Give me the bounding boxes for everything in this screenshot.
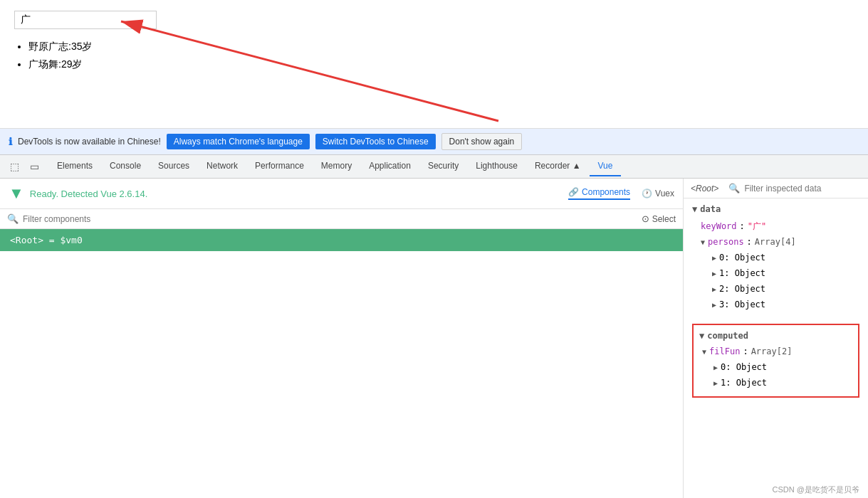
root-label: <Root> — [691, 184, 718, 194]
list-item: 广场舞:29岁 — [28, 55, 854, 73]
cursor-icon: ⊙ — [642, 213, 649, 224]
keyword-key: keyWord — [701, 220, 737, 233]
vue-ready-text: Ready. Detected Vue 2.6.14. — [30, 189, 148, 199]
item0-triangle[interactable]: ▶ — [712, 253, 716, 263]
filfun-key: filFun — [709, 345, 740, 358]
filfun-type: Array[2] — [751, 345, 793, 358]
triangle-icon: ▼ — [692, 204, 697, 214]
search-icon: 🔍 — [7, 213, 19, 224]
csdn-watermark: CSDN @是吃货不是贝爷 — [773, 484, 859, 495]
person-icon: 🔗 — [568, 187, 579, 197]
data-label: data — [700, 204, 721, 214]
persons-item-3: ▶ 3: Object — [692, 297, 859, 312]
search-icon-right: 🔍 — [728, 183, 740, 194]
persons-key: persons — [708, 235, 744, 248]
tab-lighthouse[interactable]: Lighthouse — [467, 157, 526, 176]
history-icon: 🕐 — [642, 189, 652, 198]
top-content-area: 广 野原广志:35岁 广场舞:29岁 — [0, 0, 868, 128]
persons-item-0: ▶ 0: Object — [692, 250, 859, 265]
tab-application[interactable]: Application — [360, 157, 419, 176]
item3-label: 3: Object — [719, 298, 765, 311]
vue-sidebar-header: ▼ Ready. Detected Vue 2.6.14. 🔗 Componen… — [0, 179, 683, 209]
computed-triangle: ▼ — [699, 331, 704, 341]
components-label: Components — [582, 187, 630, 197]
tab-performance[interactable]: Performance — [246, 157, 313, 176]
vuex-label: Vuex — [655, 189, 674, 198]
filfun-triangle[interactable]: ▼ — [702, 346, 706, 357]
vuex-button[interactable]: 🕐 Vuex — [642, 189, 674, 198]
select-button[interactable]: ⊙ Select — [642, 213, 676, 224]
filfun-colon: : — [743, 345, 748, 358]
info-bar: ℹ DevTools is now available in Chinese! … — [0, 128, 868, 154]
list-item: 野原广志:35岁 — [28, 38, 854, 55]
match-language-button[interactable]: Always match Chrome's language — [167, 134, 310, 149]
persons-type: Array[4] — [755, 235, 796, 248]
vue-header-buttons: 🔗 Components 🕐 Vuex — [568, 187, 674, 200]
persons-row: ▼ persons : Array[4] — [692, 234, 859, 250]
tab-elements[interactable]: Elements — [48, 157, 101, 176]
dont-show-again-button[interactable]: Don't show again — [441, 133, 523, 150]
colon: : — [740, 220, 745, 233]
vue-right-panel: <Root> 🔍 ▼ data keyWord : "广" ▼ persons … — [684, 179, 868, 498]
fitem0-triangle[interactable]: ▶ — [713, 362, 718, 373]
filfun-item-1: ▶ 1: Object — [699, 375, 852, 391]
tab-network[interactable]: Network — [198, 157, 246, 176]
filter-bar: 🔍 ⊙ Select — [0, 209, 683, 229]
filfun-item-0: ▶ 0: Object — [699, 359, 852, 375]
item2-triangle[interactable]: ▶ — [712, 284, 716, 295]
vue-logo: ▼ — [9, 184, 24, 203]
devtools-tab-bar: ⬚ ▭ Elements Console Sources Network Per… — [0, 154, 868, 179]
results-list: 野原广志:35岁 广场舞:29岁 — [14, 38, 854, 73]
item0-label: 0: Object — [719, 251, 765, 264]
components-button[interactable]: 🔗 Components — [568, 187, 630, 200]
persons-item-1: ▶ 1: Object — [692, 265, 859, 281]
persons-item-2: ▶ 2: Object — [692, 281, 859, 297]
fitem1-triangle[interactable]: ▶ — [713, 378, 718, 388]
info-message: DevTools is now available in Chinese! — [18, 137, 161, 147]
tab-vue[interactable]: Vue — [590, 157, 622, 176]
item1-label: 1: Object — [719, 267, 765, 280]
tab-recorder[interactable]: Recorder ▲ — [526, 157, 590, 176]
right-filter-bar: <Root> 🔍 — [684, 179, 868, 198]
computed-section-label: ▼ computed — [699, 331, 852, 341]
data-section-label: ▼ data — [692, 204, 859, 214]
vue-sidebar: ▼ Ready. Detected Vue 2.6.14. 🔗 Componen… — [0, 179, 684, 498]
keyword-row: keyWord : "广" — [692, 218, 859, 234]
tab-console[interactable]: Console — [101, 157, 150, 176]
root-component-item[interactable]: <Root> = $vm0 — [0, 229, 683, 251]
mobile-icon[interactable]: ▭ — [26, 158, 43, 175]
fitem0-label: 0: Object — [721, 361, 767, 374]
switch-chinese-button[interactable]: Switch DevTools to Chinese — [315, 134, 436, 149]
filter-inspected-input[interactable] — [744, 184, 861, 194]
select-label: Select — [652, 214, 676, 224]
colon2: : — [747, 235, 752, 248]
item2-label: 2: Object — [719, 282, 765, 295]
item1-triangle[interactable]: ▶ — [712, 268, 716, 279]
persons-triangle[interactable]: ▼ — [701, 237, 705, 248]
inspect-icon[interactable]: ⬚ — [6, 158, 23, 175]
filfun-row: ▼ filFun : Array[2] — [699, 344, 852, 359]
search-input[interactable]: 广 — [14, 11, 157, 29]
devtools-icon-group: ⬚ ▭ — [6, 158, 43, 175]
tab-memory[interactable]: Memory — [313, 157, 360, 176]
vue-panel: ▼ Ready. Detected Vue 2.6.14. 🔗 Componen… — [0, 179, 868, 498]
filter-components-input[interactable] — [23, 214, 637, 224]
fitem1-label: 1: Object — [721, 376, 767, 389]
keyword-value: "广" — [748, 220, 766, 233]
computed-box: ▼ computed ▼ filFun : Array[2] ▶ 0: Obje… — [692, 324, 859, 398]
tab-security[interactable]: Security — [419, 157, 467, 176]
tab-sources[interactable]: Sources — [150, 157, 198, 176]
data-tree: ▼ data keyWord : "广" ▼ persons : Array[4… — [684, 198, 868, 318]
computed-label: computed — [707, 331, 748, 341]
info-icon: ℹ — [9, 136, 12, 147]
item3-triangle[interactable]: ▶ — [712, 300, 716, 310]
